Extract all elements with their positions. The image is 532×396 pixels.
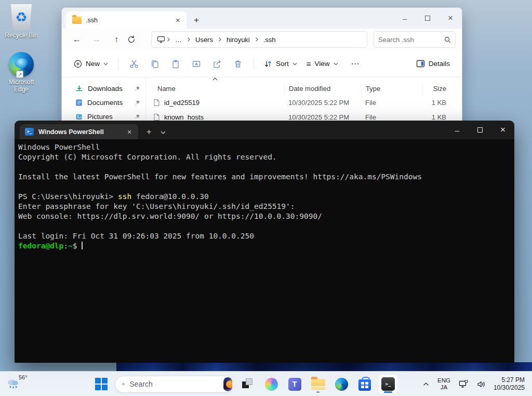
back-button[interactable]: ←	[68, 35, 86, 44]
remote-user-host: fedora@dlp	[18, 242, 63, 250]
sort-icon	[264, 60, 272, 68]
edge-icon	[335, 378, 348, 391]
column-header-date-modified[interactable]: Date modified	[284, 83, 361, 94]
teams-icon: T	[288, 378, 301, 391]
minimize-icon: –	[403, 14, 407, 23]
documents-icon	[75, 99, 83, 107]
terminal-blank-line	[18, 221, 510, 231]
desktop-icon-microsoft-edge[interactable]: ↗ Microsoft Edge	[1, 52, 42, 93]
terminal-icon: >_	[381, 377, 395, 391]
volume-button[interactable]	[474, 378, 488, 390]
task-view-button[interactable]	[238, 374, 258, 394]
table-row[interactable]: id_ed25519 10/30/2025 5:22 PM File 1 KB	[146, 95, 462, 110]
new-tab-button[interactable]: +	[194, 15, 199, 25]
breadcrumb-item-hiroyuki[interactable]: hiroyuki	[223, 34, 254, 45]
more-options-button[interactable]: ⋯	[351, 59, 360, 69]
delete-button[interactable]	[233, 59, 243, 69]
this-pc-icon	[157, 36, 165, 43]
back-icon: ←	[73, 35, 81, 44]
breadcrumb-ellipsis[interactable]: …	[171, 34, 185, 45]
maximize-button[interactable]	[469, 121, 491, 139]
cut-button[interactable]	[129, 59, 139, 69]
desktop-icon-recycle-bin[interactable]: ♻ Recycle Bin	[1, 4, 42, 39]
search-highlight-image[interactable]	[223, 377, 232, 391]
network-button[interactable]	[456, 378, 471, 390]
tray-overflow-button[interactable]	[420, 380, 432, 388]
sort-button[interactable]: Sort	[259, 56, 302, 72]
new-button-label: New	[86, 60, 100, 68]
microsoft-store-button[interactable]	[355, 374, 375, 394]
plus-circle-icon	[74, 60, 82, 68]
column-header-name[interactable]: Name	[153, 83, 284, 94]
file-icon	[153, 99, 160, 107]
close-button[interactable]: ×	[439, 8, 462, 29]
sidebar-item-label: Downloads	[88, 85, 123, 93]
weather-temperature: 56°	[19, 374, 28, 380]
explorer-navigation-bar: ← → ↑ … Users hiroyuki .ssh	[62, 29, 462, 50]
minimize-button[interactable]: –	[393, 8, 416, 29]
taskbar-search[interactable]	[115, 376, 234, 393]
maximize-button[interactable]	[416, 8, 439, 29]
tab-dropdown-button[interactable]	[161, 131, 166, 134]
view-button[interactable]: ≡ View	[302, 56, 343, 72]
explorer-search-input[interactable]	[378, 36, 444, 44]
taskbar-clock[interactable]: 5:27 PM 10/30/2025	[491, 376, 529, 392]
file-date-modified: 10/30/2025 5:22 PM	[284, 113, 361, 121]
explorer-tab[interactable]: .ssh ×	[66, 11, 187, 29]
terminal-window: >_ Windows PowerShell × + – × Windows Po…	[15, 121, 514, 363]
new-tab-button[interactable]: +	[147, 127, 151, 137]
details-button[interactable]: Details	[411, 56, 455, 71]
copy-button[interactable]	[150, 59, 159, 69]
share-button[interactable]	[212, 59, 222, 69]
refresh-button[interactable]	[127, 35, 145, 44]
minimize-button[interactable]: –	[446, 121, 469, 139]
view-button-label: View	[315, 60, 330, 68]
weather-widget[interactable]: 56°	[4, 373, 37, 395]
breadcrumb-item-users[interactable]: Users	[192, 34, 217, 45]
wallpaper-bloom	[116, 362, 532, 371]
column-header-size[interactable]: Size	[422, 83, 462, 94]
file-icon	[153, 113, 160, 121]
breadcrumb[interactable]: … Users hiroyuki .ssh	[151, 31, 367, 48]
close-icon: ×	[500, 125, 506, 135]
teams-button[interactable]: T	[285, 374, 304, 394]
language-secondary: JA	[437, 384, 450, 391]
language-indicator[interactable]: ENG JA	[435, 377, 453, 391]
chevron-right-icon	[187, 37, 191, 42]
explorer-search-box[interactable]	[374, 31, 456, 48]
maximize-icon	[477, 127, 483, 133]
forward-button[interactable]: →	[88, 35, 105, 44]
taskbar-search-input[interactable]	[129, 380, 223, 388]
clock-time: 5:27 PM	[494, 376, 525, 384]
recycle-bin-icon: ♻	[10, 4, 33, 30]
edge-button[interactable]	[331, 374, 351, 394]
new-button[interactable]: New	[69, 56, 113, 72]
explorer-tab-title: .ssh	[86, 17, 173, 24]
column-header-type[interactable]: Type	[361, 83, 422, 94]
file-size: 1 KB	[422, 113, 462, 121]
start-button[interactable]	[91, 374, 111, 394]
terminal-tab[interactable]: >_ Windows PowerShell ×	[20, 124, 138, 139]
sidebar-item-downloads[interactable]: Downloads	[62, 82, 145, 96]
tab-close-icon[interactable]: ×	[125, 128, 134, 136]
paste-button[interactable]	[171, 59, 180, 69]
file-type: File	[361, 113, 422, 121]
close-button[interactable]: ×	[491, 121, 514, 139]
tab-close-icon[interactable]: ×	[173, 16, 182, 24]
up-button[interactable]: ↑	[108, 35, 125, 44]
terminal-content[interactable]: Windows PowerShell Copyright (C) Microso…	[15, 139, 514, 363]
terminal-button[interactable]: >_	[378, 374, 398, 394]
terminal-line: Copyright (C) Microsoft Corporation. All…	[18, 152, 510, 162]
file-explorer-button[interactable]	[308, 374, 328, 394]
rename-button[interactable]	[192, 59, 201, 69]
close-icon: ×	[448, 13, 453, 23]
copy-icon	[150, 59, 159, 69]
breadcrumb-item-ssh[interactable]: .ssh	[260, 34, 280, 45]
desktop-icon-label: Recycle Bin	[1, 32, 42, 39]
explorer-window-controls: – ×	[393, 8, 462, 29]
sort-ascending-icon[interactable]	[212, 77, 218, 81]
sidebar-item-documents[interactable]: Documents	[62, 96, 145, 110]
system-tray: ENG JA 5:27 PM 10/30/2025	[420, 372, 529, 396]
chevron-right-icon	[218, 37, 222, 42]
copilot-button[interactable]	[261, 374, 281, 394]
